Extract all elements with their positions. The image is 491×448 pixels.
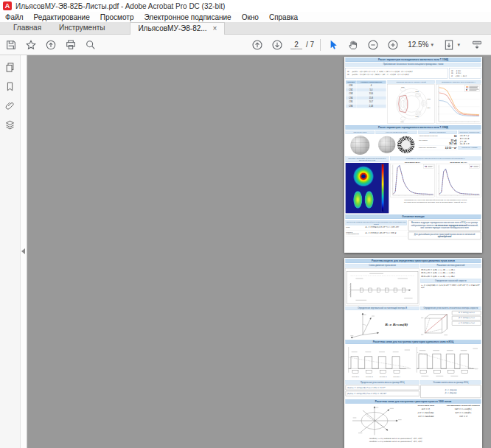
limit-formula: βпред = arctg(30/(7+π·2·10)) ≈ 16,98° [346, 391, 419, 396]
page-mode-caret-icon[interactable]: ▾ [457, 42, 460, 48]
pdf-page-1: Расчет параметров полоидального магнитно… [344, 57, 482, 253]
tab-document[interactable]: ИльясовМУ-Э8-82... × [130, 22, 225, 35]
toolbar-hide-icon [471, 39, 483, 51]
layers-button[interactable] [4, 118, 17, 131]
fem-title: Конечно-элементная сетка [376, 131, 417, 134]
toolbar-separator [320, 39, 321, 51]
relation-formula: div B = 0 [460, 143, 480, 146]
heatmap-title: Цветовая диаграмма распределения величин… [346, 157, 389, 162]
v0-formula: v₀ = √(2qU/M) = √(2·1,6·10⁻¹⁹·500 / 1,67… [420, 282, 481, 290]
topology-label-cs2: CS2 [415, 91, 419, 92]
search-button[interactable] [84, 38, 97, 52]
start-title: Точка старта иона [408, 405, 444, 407]
main-area: Расчет параметров полоидального магнитно… [0, 55, 491, 448]
topology-plot: CS1 CS2 CS3 CS4 CS5 CS6 [388, 84, 434, 123]
previous-page-button[interactable] [251, 38, 264, 52]
document-canvas[interactable]: Расчет параметров полоидального магнитно… [27, 55, 491, 448]
menu-view[interactable]: Просмотр [95, 13, 139, 21]
zoom-in-button[interactable] [386, 38, 400, 52]
topology-label-cs3: CS3 [427, 98, 431, 99]
menu-help[interactable]: Справка [264, 13, 303, 21]
menu-edit[interactable]: Редактирование [29, 13, 95, 21]
velocity-box-sketch [420, 311, 450, 337]
induction-heatmap [346, 163, 389, 213]
ratio-label: Граница нейтрализатора [346, 231, 363, 236]
motion-equation: M·dvy/dt = q(Ey + vz·Bx − vx·Bz), [421, 272, 481, 275]
angle-formula: γ = arctg(vy/vx) [452, 321, 481, 326]
heatmap-flower [352, 165, 375, 188]
pulse-diagram-right [414, 345, 480, 379]
boundary-label: Граничные условия [459, 146, 481, 149]
section-label: Секция 4 [393, 376, 401, 377]
p1-formula-br: Br = μ₀I/2π · z/(r√((R+r)²+z²)) · [−K(k)… [347, 71, 413, 73]
tab-tools[interactable]: Инструменты [50, 22, 114, 34]
topology-label-cs4: CS4 [427, 107, 431, 108]
share-button[interactable] [44, 38, 58, 52]
section-label: Секция 2 [366, 376, 374, 377]
print-icon [65, 39, 77, 51]
tab-home[interactable]: Главная [4, 22, 50, 34]
menu-esign[interactable]: Электронное подписание [139, 13, 236, 21]
select-tool-button[interactable] [327, 38, 340, 52]
p1-formula-bz: Bz = μ₀I/2π · 1/√((R+r)²+z²) · [K(k) + (… [347, 74, 413, 76]
single-ion-title: Расчетная схема для построения траектори… [346, 340, 481, 344]
p1-title: Расчет параметров полоидального магнитно… [346, 57, 481, 62]
start-formula: zст = randomz [408, 415, 444, 418]
velocity-title: Составляющие начальной скорости [445, 405, 481, 407]
search-icon [85, 39, 97, 51]
page-total-label: / 7 [306, 41, 314, 49]
heatmap-oval [353, 191, 362, 208]
conclusions-title: Основные выводы [346, 214, 481, 219]
toolbar: 2 / 7 12.5% ▾ ▾ [0, 35, 491, 55]
table-row: CS62,43 [346, 104, 386, 108]
hand-tool-button[interactable] [347, 38, 360, 52]
menu-file[interactable]: Файл [0, 13, 29, 21]
menu-bar: Файл Редактирование Просмотр Электронное… [0, 12, 491, 22]
zoom-out-button[interactable] [366, 38, 380, 52]
zoom-level-value[interactable]: 12.5% [408, 41, 428, 49]
limit-formula: αпред = arctg(14/(7+π·2·10)) ≈ 0,97° [346, 385, 419, 391]
print-button[interactable] [64, 38, 77, 52]
bcharts-title: Зависимость величины магнитной индукции … [390, 157, 481, 160]
zoom-in-icon [387, 39, 399, 51]
angles-title: Определение углов вылета относительно ве… [420, 307, 481, 310]
panel-collapse-arrow-icon[interactable] [21, 248, 25, 254]
toolbar-hide-button[interactable] [470, 38, 484, 52]
chart-187-title: Ток в витке 18,7 кА [436, 161, 481, 163]
attachments-button[interactable] [4, 99, 17, 112]
hand-tool-icon [347, 39, 359, 51]
chart-22-title: Ток в витке 22 кА [390, 161, 435, 163]
page-number-input[interactable]: 2 [290, 41, 302, 49]
fem-wheel-image [397, 136, 414, 153]
fem-sphere-image [378, 136, 395, 153]
menu-window[interactable]: Окно [237, 13, 264, 21]
page-up-icon [251, 39, 263, 51]
random-note: randomz — случайное число из диапазона [… [369, 441, 481, 443]
ratio-formula: Δ₁ = 0,0043/(2,6·10⁻⁵) ≈ 1,65·10² [365, 226, 398, 229]
page-thumbnails-icon [4, 62, 15, 73]
page-thumbnails-button[interactable] [4, 60, 17, 74]
page-display-mode-button[interactable] [442, 38, 456, 52]
mesh-sphere-image [350, 136, 369, 155]
start-formula: xст = 0, [408, 407, 444, 410]
bookmarks-button[interactable] [4, 80, 17, 93]
scheme-title: Схема движения пучка ионов [346, 264, 419, 267]
next-page-button[interactable] [271, 38, 284, 52]
panel-gutter [21, 55, 27, 448]
mesh-title: Расчетная сетка [346, 131, 375, 134]
velocity-formula: vz0 = 0 [445, 415, 481, 418]
conclusion-box-1: Величина индукции тороидального магнитно… [408, 220, 481, 231]
star-icon [25, 39, 37, 51]
sphere-diagram [346, 405, 407, 436]
favorite-button[interactable] [24, 38, 38, 52]
p1-formula-sum-b: B = √(Br² + Bz²) [451, 74, 467, 77]
zoom-dropdown-caret-icon[interactable]: ▾ [431, 42, 433, 48]
p2-title: Расчетная модель для определения траекто… [346, 259, 481, 263]
chart-induction-187ka [436, 164, 481, 197]
axes-sketch [346, 310, 383, 338]
share-icon [45, 39, 57, 51]
tab-close-icon[interactable]: × [213, 25, 217, 32]
exit-title: Условие вылета иона на границе ИОЦ [420, 380, 481, 384]
window-title: ИльясовМУ-Э8-82Б-Листы.pdf - Adobe Acrob… [15, 2, 225, 10]
save-button[interactable] [4, 38, 18, 52]
